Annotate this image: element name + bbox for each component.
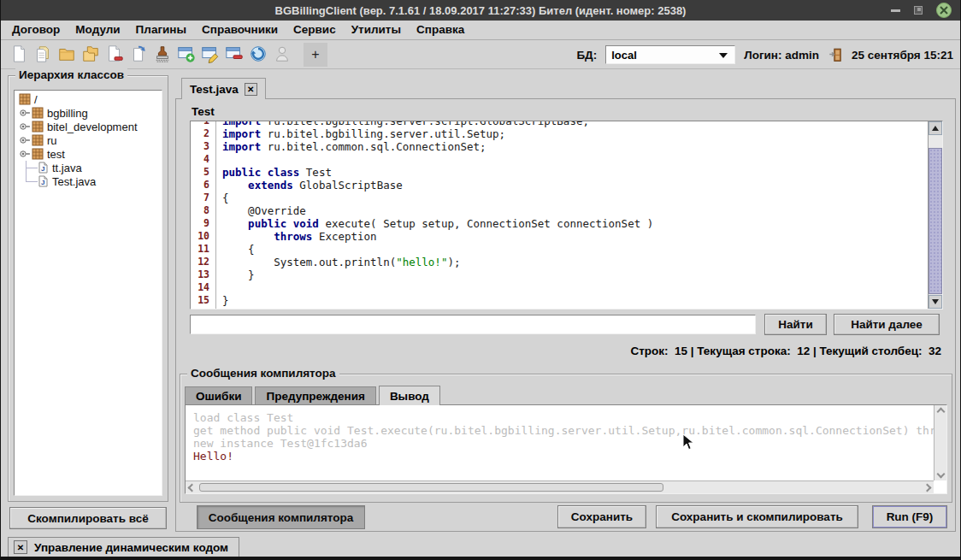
compiler-tab[interactable]: Вывод (379, 386, 440, 405)
compiler-tab[interactable]: Предупреждения (255, 386, 375, 404)
scroll-up-icon[interactable] (936, 408, 945, 416)
tab-close-icon[interactable]: ✕ (245, 83, 257, 96)
code-line: 4 (191, 153, 928, 166)
output-vertical-scrollbar[interactable] (934, 405, 946, 480)
menu-item[interactable]: Договор (4, 21, 68, 39)
code-line: 14 (191, 281, 928, 294)
scroll-down-icon[interactable] (937, 470, 946, 479)
compiler-messages-title: Сообщения компилятора (187, 367, 339, 380)
folder-icon[interactable] (56, 43, 78, 65)
user-icon[interactable] (271, 43, 293, 65)
window-edit-icon[interactable] (199, 43, 221, 65)
compiler-output[interactable]: load class Testget method public void Te… (185, 404, 947, 494)
menu-item[interactable]: Справка (409, 21, 472, 39)
code-line: 10 throws Exception (191, 230, 928, 243)
output-line: Hello! (193, 450, 926, 463)
scroll-up-icon[interactable] (929, 121, 942, 135)
tree-node-label: test (47, 148, 65, 161)
output-scrollbar-thumb[interactable] (199, 483, 663, 492)
package-icon (19, 93, 31, 105)
compiler-messages-toggle-button[interactable]: Сообщения компилятора (197, 505, 365, 529)
logout-door-icon[interactable] (828, 47, 843, 62)
expand-handle-icon[interactable] (19, 107, 32, 119)
save-button[interactable]: Сохранить (557, 505, 646, 528)
workspace-tab-dynamic-code[interactable]: ✕ Управление динамическим кодом (8, 537, 239, 557)
window-remove-icon[interactable] (223, 43, 245, 65)
editor-vertical-scrollbar[interactable] (928, 121, 942, 309)
find-next-button[interactable]: Найти далее (834, 314, 940, 335)
expand-handle-icon[interactable] (19, 121, 32, 133)
minimize-icon[interactable] (891, 9, 900, 12)
search-input[interactable] (190, 315, 756, 334)
menu-item[interactable]: Сервис (286, 21, 344, 39)
code-line: 13 } (191, 268, 928, 281)
editor-scrollbar-thumb[interactable] (929, 148, 942, 294)
find-button[interactable]: Найти (764, 314, 827, 335)
package-icon (32, 148, 44, 160)
tree-node-bitel-development[interactable]: bitel_development (15, 120, 162, 133)
workspace-tab-close-icon[interactable]: ✕ (14, 540, 27, 554)
class-tree[interactable]: /bgbillingbitel_developmentrutestJtt.jav… (14, 90, 162, 496)
db-label: БД: (576, 49, 597, 62)
folders-icon[interactable] (80, 43, 102, 65)
open-document-icon[interactable] (32, 43, 54, 65)
code-line: 8 @Override (191, 204, 928, 217)
datetime-label: 25 сентября 15:21 (852, 49, 953, 62)
maximize-icon[interactable] (914, 6, 923, 15)
output-line: new instance Test@1fc13da6 (193, 437, 926, 450)
tree-node-label: tt.java (52, 162, 82, 174)
java-file-icon: J (38, 162, 49, 174)
scroll-right-icon[interactable] (923, 484, 932, 492)
package-icon (32, 107, 44, 119)
tab-test-java[interactable]: Test.java ✕ (181, 78, 266, 99)
run-button[interactable]: Run (F9) (872, 505, 947, 528)
tree-node-bgbilling[interactable]: bgbilling (15, 106, 162, 120)
compiler-tabs: ОшибкиПредупрежденияВывод (185, 385, 443, 404)
line-number: 4 (191, 153, 214, 166)
save-and-compile-button[interactable]: Сохранить и скомпилировать (656, 505, 858, 528)
compile-all-button[interactable]: Скомпилировать всё (9, 507, 167, 529)
line-number: 5 (191, 166, 214, 179)
package-icon (32, 121, 44, 133)
window-add-icon[interactable] (175, 43, 198, 65)
tree-node-label: bitel_development (47, 121, 138, 133)
output-horizontal-scrollbar[interactable] (186, 480, 934, 493)
titlebar[interactable]: BGBillingClient (вер. 7.1.61 / 18.09.201… (1, 0, 960, 21)
tree-node-tt-java[interactable]: Jtt.java (15, 161, 162, 174)
package-icon (32, 134, 44, 146)
window-title: BGBillingClient (вер. 7.1.61 / 18.09.201… (275, 4, 687, 17)
menu-item[interactable]: Модули (68, 21, 127, 39)
add-button[interactable]: + (304, 43, 327, 67)
tree-node-ru[interactable]: ru (15, 133, 162, 147)
expand-handle-icon[interactable] (19, 148, 32, 160)
menu-item[interactable]: Утилиты (344, 21, 409, 39)
document-remove-icon[interactable] (103, 43, 126, 65)
stamp-icon[interactable] (151, 43, 174, 65)
tab-label: Test.java (190, 83, 239, 96)
menu-item[interactable]: Плагины (128, 21, 194, 39)
tree-node--[interactable]: / (15, 92, 162, 106)
expand-handle-icon[interactable] (19, 134, 32, 146)
scroll-down-icon[interactable] (929, 295, 942, 309)
code-editor[interactable]: 1import ru.bitel.bgbilling.server.script… (190, 121, 943, 309)
line-number: 10 (191, 230, 214, 243)
tree-node-test[interactable]: test (15, 147, 162, 161)
code-line: 1import ru.bitel.bgbilling.server.script… (191, 121, 928, 127)
class-hierarchy-title: Иерархия классов (15, 68, 127, 81)
compiler-tab[interactable]: Ошибки (185, 386, 252, 404)
new-document-icon[interactable] (8, 43, 30, 65)
code-line: 11 { (191, 243, 928, 256)
code-line: 3import ru.bitel.common.sql.ConnectionSe… (191, 140, 928, 153)
close-icon[interactable] (936, 3, 952, 18)
menu-item[interactable]: Справочники (194, 21, 286, 39)
refresh-icon[interactable] (247, 43, 269, 65)
document-refresh-icon[interactable] (127, 43, 150, 65)
mouse-cursor (682, 433, 694, 455)
tree-node-label: ru (47, 134, 57, 147)
class-hierarchy-panel: Иерархия классов /bgbillingbitel_develop… (8, 75, 168, 502)
db-select[interactable]: local (605, 45, 735, 64)
line-number: 3 (191, 140, 214, 153)
line-number: 14 (191, 281, 214, 294)
scroll-left-icon[interactable] (188, 484, 197, 492)
tree-node-test-java[interactable]: JTest.java (15, 174, 162, 188)
